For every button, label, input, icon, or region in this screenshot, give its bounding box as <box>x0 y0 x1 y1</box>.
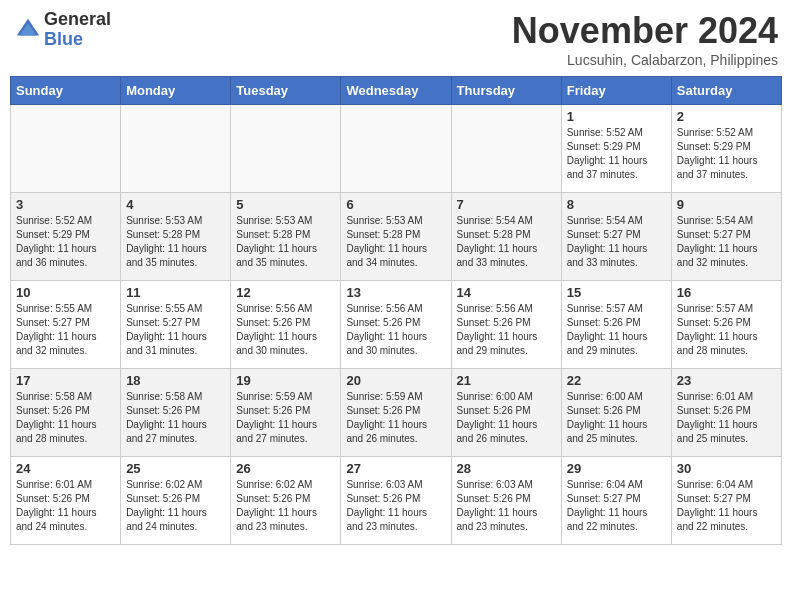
day-info: Sunrise: 5:52 AM Sunset: 5:29 PM Dayligh… <box>16 214 115 270</box>
day-number: 15 <box>567 285 666 300</box>
day-number: 13 <box>346 285 445 300</box>
day-info: Sunrise: 5:58 AM Sunset: 5:26 PM Dayligh… <box>126 390 225 446</box>
calendar-cell: 20Sunrise: 5:59 AM Sunset: 5:26 PM Dayli… <box>341 369 451 457</box>
day-info: Sunrise: 5:58 AM Sunset: 5:26 PM Dayligh… <box>16 390 115 446</box>
calendar-cell: 23Sunrise: 6:01 AM Sunset: 5:26 PM Dayli… <box>671 369 781 457</box>
calendar-cell: 19Sunrise: 5:59 AM Sunset: 5:26 PM Dayli… <box>231 369 341 457</box>
day-info: Sunrise: 6:01 AM Sunset: 5:26 PM Dayligh… <box>16 478 115 534</box>
calendar-cell: 3Sunrise: 5:52 AM Sunset: 5:29 PM Daylig… <box>11 193 121 281</box>
day-info: Sunrise: 6:02 AM Sunset: 5:26 PM Dayligh… <box>126 478 225 534</box>
calendar-cell: 7Sunrise: 5:54 AM Sunset: 5:28 PM Daylig… <box>451 193 561 281</box>
month-title: November 2024 <box>512 10 778 52</box>
calendar-cell: 26Sunrise: 6:02 AM Sunset: 5:26 PM Dayli… <box>231 457 341 545</box>
day-info: Sunrise: 5:55 AM Sunset: 5:27 PM Dayligh… <box>126 302 225 358</box>
calendar-cell: 28Sunrise: 6:03 AM Sunset: 5:26 PM Dayli… <box>451 457 561 545</box>
logo-icon <box>14 16 42 44</box>
day-info: Sunrise: 5:54 AM Sunset: 5:27 PM Dayligh… <box>677 214 776 270</box>
calendar-cell <box>341 105 451 193</box>
day-number: 6 <box>346 197 445 212</box>
day-info: Sunrise: 5:55 AM Sunset: 5:27 PM Dayligh… <box>16 302 115 358</box>
day-number: 12 <box>236 285 335 300</box>
day-info: Sunrise: 5:56 AM Sunset: 5:26 PM Dayligh… <box>236 302 335 358</box>
day-info: Sunrise: 5:52 AM Sunset: 5:29 PM Dayligh… <box>567 126 666 182</box>
calendar-cell: 25Sunrise: 6:02 AM Sunset: 5:26 PM Dayli… <box>121 457 231 545</box>
day-info: Sunrise: 5:52 AM Sunset: 5:29 PM Dayligh… <box>677 126 776 182</box>
week-row-3: 10Sunrise: 5:55 AM Sunset: 5:27 PM Dayli… <box>11 281 782 369</box>
calendar-cell: 17Sunrise: 5:58 AM Sunset: 5:26 PM Dayli… <box>11 369 121 457</box>
day-number: 3 <box>16 197 115 212</box>
title-block: November 2024 Lucsuhin, Calabarzon, Phil… <box>512 10 778 68</box>
day-info: Sunrise: 5:57 AM Sunset: 5:26 PM Dayligh… <box>567 302 666 358</box>
day-number: 28 <box>457 461 556 476</box>
day-number: 29 <box>567 461 666 476</box>
day-number: 10 <box>16 285 115 300</box>
location: Lucsuhin, Calabarzon, Philippines <box>512 52 778 68</box>
day-number: 16 <box>677 285 776 300</box>
day-number: 20 <box>346 373 445 388</box>
calendar-cell: 13Sunrise: 5:56 AM Sunset: 5:26 PM Dayli… <box>341 281 451 369</box>
day-info: Sunrise: 5:59 AM Sunset: 5:26 PM Dayligh… <box>346 390 445 446</box>
day-info: Sunrise: 5:57 AM Sunset: 5:26 PM Dayligh… <box>677 302 776 358</box>
calendar-cell: 4Sunrise: 5:53 AM Sunset: 5:28 PM Daylig… <box>121 193 231 281</box>
day-number: 1 <box>567 109 666 124</box>
week-row-4: 17Sunrise: 5:58 AM Sunset: 5:26 PM Dayli… <box>11 369 782 457</box>
day-number: 14 <box>457 285 556 300</box>
weekday-header-thursday: Thursday <box>451 77 561 105</box>
calendar-cell: 27Sunrise: 6:03 AM Sunset: 5:26 PM Dayli… <box>341 457 451 545</box>
day-number: 21 <box>457 373 556 388</box>
weekday-header-row: SundayMondayTuesdayWednesdayThursdayFrid… <box>11 77 782 105</box>
weekday-header-sunday: Sunday <box>11 77 121 105</box>
week-row-5: 24Sunrise: 6:01 AM Sunset: 5:26 PM Dayli… <box>11 457 782 545</box>
day-number: 24 <box>16 461 115 476</box>
day-info: Sunrise: 5:54 AM Sunset: 5:27 PM Dayligh… <box>567 214 666 270</box>
calendar-cell: 21Sunrise: 6:00 AM Sunset: 5:26 PM Dayli… <box>451 369 561 457</box>
logo-text: General Blue <box>44 10 111 50</box>
day-number: 8 <box>567 197 666 212</box>
day-info: Sunrise: 6:00 AM Sunset: 5:26 PM Dayligh… <box>567 390 666 446</box>
week-row-1: 1Sunrise: 5:52 AM Sunset: 5:29 PM Daylig… <box>11 105 782 193</box>
calendar: SundayMondayTuesdayWednesdayThursdayFrid… <box>10 76 782 545</box>
calendar-cell <box>231 105 341 193</box>
day-info: Sunrise: 5:56 AM Sunset: 5:26 PM Dayligh… <box>346 302 445 358</box>
calendar-cell: 18Sunrise: 5:58 AM Sunset: 5:26 PM Dayli… <box>121 369 231 457</box>
day-info: Sunrise: 6:03 AM Sunset: 5:26 PM Dayligh… <box>457 478 556 534</box>
day-number: 11 <box>126 285 225 300</box>
day-info: Sunrise: 5:56 AM Sunset: 5:26 PM Dayligh… <box>457 302 556 358</box>
day-info: Sunrise: 5:53 AM Sunset: 5:28 PM Dayligh… <box>126 214 225 270</box>
calendar-cell: 30Sunrise: 6:04 AM Sunset: 5:27 PM Dayli… <box>671 457 781 545</box>
day-number: 2 <box>677 109 776 124</box>
day-info: Sunrise: 6:01 AM Sunset: 5:26 PM Dayligh… <box>677 390 776 446</box>
day-number: 7 <box>457 197 556 212</box>
day-number: 17 <box>16 373 115 388</box>
weekday-header-tuesday: Tuesday <box>231 77 341 105</box>
calendar-cell: 1Sunrise: 5:52 AM Sunset: 5:29 PM Daylig… <box>561 105 671 193</box>
week-row-2: 3Sunrise: 5:52 AM Sunset: 5:29 PM Daylig… <box>11 193 782 281</box>
day-info: Sunrise: 5:59 AM Sunset: 5:26 PM Dayligh… <box>236 390 335 446</box>
page-header: General Blue November 2024 Lucsuhin, Cal… <box>10 10 782 68</box>
day-number: 19 <box>236 373 335 388</box>
calendar-cell: 24Sunrise: 6:01 AM Sunset: 5:26 PM Dayli… <box>11 457 121 545</box>
day-number: 27 <box>346 461 445 476</box>
logo: General Blue <box>14 10 111 50</box>
day-info: Sunrise: 5:54 AM Sunset: 5:28 PM Dayligh… <box>457 214 556 270</box>
day-number: 18 <box>126 373 225 388</box>
calendar-cell: 16Sunrise: 5:57 AM Sunset: 5:26 PM Dayli… <box>671 281 781 369</box>
day-info: Sunrise: 5:53 AM Sunset: 5:28 PM Dayligh… <box>346 214 445 270</box>
day-number: 4 <box>126 197 225 212</box>
day-info: Sunrise: 6:02 AM Sunset: 5:26 PM Dayligh… <box>236 478 335 534</box>
calendar-cell <box>451 105 561 193</box>
day-number: 30 <box>677 461 776 476</box>
day-number: 5 <box>236 197 335 212</box>
calendar-cell: 12Sunrise: 5:56 AM Sunset: 5:26 PM Dayli… <box>231 281 341 369</box>
day-number: 23 <box>677 373 776 388</box>
day-info: Sunrise: 6:04 AM Sunset: 5:27 PM Dayligh… <box>677 478 776 534</box>
calendar-cell: 8Sunrise: 5:54 AM Sunset: 5:27 PM Daylig… <box>561 193 671 281</box>
weekday-header-monday: Monday <box>121 77 231 105</box>
calendar-cell: 15Sunrise: 5:57 AM Sunset: 5:26 PM Dayli… <box>561 281 671 369</box>
calendar-cell: 22Sunrise: 6:00 AM Sunset: 5:26 PM Dayli… <box>561 369 671 457</box>
weekday-header-wednesday: Wednesday <box>341 77 451 105</box>
calendar-cell: 2Sunrise: 5:52 AM Sunset: 5:29 PM Daylig… <box>671 105 781 193</box>
day-number: 26 <box>236 461 335 476</box>
day-info: Sunrise: 5:53 AM Sunset: 5:28 PM Dayligh… <box>236 214 335 270</box>
day-info: Sunrise: 6:04 AM Sunset: 5:27 PM Dayligh… <box>567 478 666 534</box>
